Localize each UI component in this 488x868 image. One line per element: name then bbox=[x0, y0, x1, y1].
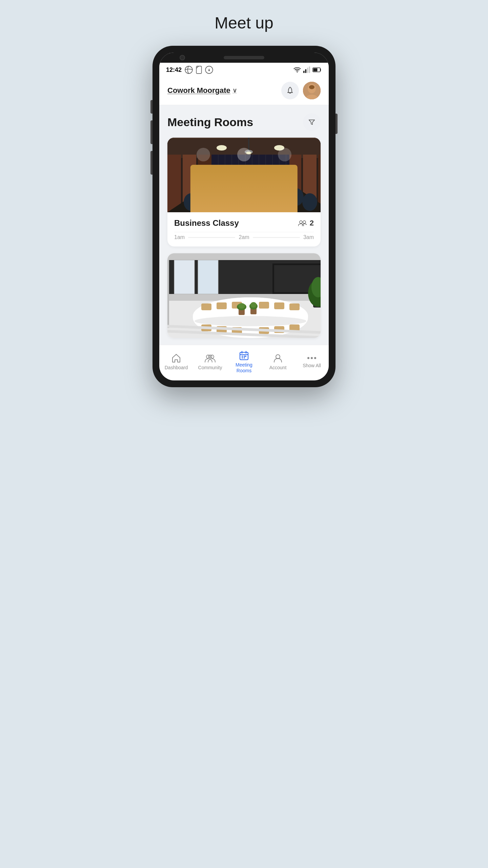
vpn-icon bbox=[205, 65, 214, 74]
timeline-label-1am: 1am bbox=[174, 234, 185, 240]
bell-icon bbox=[286, 86, 294, 95]
calendar-icon bbox=[239, 351, 249, 360]
filter-icon bbox=[308, 118, 316, 126]
status-left: 12:42 bbox=[166, 65, 214, 74]
svg-rect-58 bbox=[167, 260, 169, 328]
svg-point-76 bbox=[238, 303, 245, 309]
svg-rect-16 bbox=[167, 138, 321, 139]
wifi-icon bbox=[293, 66, 301, 74]
room-name-row-1: Business Classy 2 bbox=[174, 218, 314, 228]
nav-label-show-all: Show All bbox=[303, 363, 321, 369]
svg-point-100 bbox=[314, 357, 316, 359]
room-info-1: Business Classy 2 bbox=[167, 212, 321, 246]
svg-rect-57 bbox=[198, 260, 218, 294]
svg-point-40 bbox=[197, 188, 212, 206]
svg-rect-45 bbox=[248, 138, 249, 151]
svg-rect-63 bbox=[217, 302, 227, 309]
nav-label-dashboard: Dashboard bbox=[165, 365, 188, 371]
room-name-1: Business Classy bbox=[174, 218, 239, 228]
svg-point-47 bbox=[246, 152, 251, 154]
user-avatar[interactable] bbox=[303, 82, 321, 99]
svg-point-0 bbox=[185, 66, 192, 74]
header-actions bbox=[281, 82, 321, 99]
svg-rect-67 bbox=[289, 303, 300, 310]
room-image-1 bbox=[167, 138, 321, 212]
svg-rect-65 bbox=[259, 302, 269, 309]
room-card-2[interactable] bbox=[167, 253, 321, 338]
svg-point-41 bbox=[184, 193, 199, 211]
svg-point-98 bbox=[307, 357, 309, 359]
svg-rect-19 bbox=[167, 155, 181, 212]
svg-rect-21 bbox=[198, 155, 211, 212]
room-1-illustration bbox=[167, 138, 321, 212]
svg-point-46 bbox=[245, 150, 253, 154]
svg-point-42 bbox=[289, 188, 304, 206]
svg-point-3 bbox=[297, 72, 298, 73]
notification-button[interactable] bbox=[281, 82, 299, 99]
volume-down-button bbox=[150, 151, 152, 175]
bottom-navigation: Dashboard Community bbox=[159, 345, 329, 380]
battery-icon bbox=[312, 67, 322, 72]
volume-up-button bbox=[150, 120, 152, 144]
svg-rect-25 bbox=[211, 155, 289, 212]
capacity-count-1: 2 bbox=[310, 219, 314, 228]
more-icon bbox=[307, 355, 317, 361]
community-icon bbox=[205, 353, 216, 363]
room-capacity-1: 2 bbox=[298, 219, 314, 228]
svg-rect-93 bbox=[244, 356, 245, 357]
svg-rect-96 bbox=[244, 357, 245, 358]
main-content: Meeting Rooms bbox=[159, 105, 329, 338]
svg-rect-94 bbox=[245, 356, 246, 357]
app-title: Meet up bbox=[215, 14, 273, 32]
timeline-1: 1am 2am 3am bbox=[174, 232, 314, 242]
front-camera bbox=[180, 55, 185, 60]
photo-sphere-icon bbox=[184, 65, 193, 74]
svg-point-18 bbox=[274, 145, 284, 151]
speaker bbox=[224, 56, 264, 59]
nav-label-account: Account bbox=[269, 365, 287, 371]
section-header: Meeting Rooms bbox=[167, 113, 321, 131]
svg-point-13 bbox=[309, 85, 314, 89]
svg-rect-4 bbox=[303, 71, 305, 73]
status-time: 12:42 bbox=[166, 66, 182, 74]
svg-rect-5 bbox=[305, 69, 306, 73]
phone-frame: 12:42 bbox=[152, 46, 336, 387]
svg-rect-9 bbox=[313, 68, 318, 72]
svg-point-48 bbox=[300, 221, 302, 223]
svg-rect-95 bbox=[242, 357, 243, 358]
timeline-label-3am: 3am bbox=[303, 234, 314, 240]
svg-rect-66 bbox=[274, 302, 284, 309]
status-bar: 12:42 bbox=[159, 63, 329, 77]
signal-icon bbox=[303, 66, 310, 74]
svg-marker-39 bbox=[218, 211, 283, 212]
silent-button bbox=[150, 100, 152, 114]
svg-rect-6 bbox=[307, 68, 308, 73]
main-scroll-area[interactable]: Meeting Rooms bbox=[159, 105, 329, 345]
people-icon bbox=[298, 220, 308, 226]
nav-item-account[interactable]: Account bbox=[261, 353, 295, 371]
svg-rect-56 bbox=[174, 260, 195, 294]
svg-marker-38 bbox=[218, 182, 283, 212]
status-icons bbox=[184, 65, 214, 74]
timeline-label-2am: 2am bbox=[239, 234, 249, 240]
svg-point-99 bbox=[311, 357, 313, 359]
nav-label-meeting-rooms: MeetingRooms bbox=[236, 362, 252, 374]
chevron-down-icon: ∨ bbox=[232, 87, 237, 94]
filter-button[interactable] bbox=[303, 113, 321, 131]
nav-item-show-all[interactable]: Show All bbox=[295, 355, 329, 369]
phone-screen: 12:42 bbox=[159, 53, 329, 380]
room-2-illustration bbox=[167, 253, 321, 338]
svg-point-87 bbox=[208, 355, 212, 358]
workspace-name: Cowork Moorgate bbox=[167, 86, 230, 95]
svg-point-43 bbox=[302, 193, 317, 211]
workspace-selector[interactable]: Cowork Moorgate ∨ bbox=[167, 86, 237, 95]
nav-item-dashboard[interactable]: Dashboard bbox=[159, 353, 193, 371]
svg-rect-62 bbox=[201, 303, 211, 310]
section-title: Meeting Rooms bbox=[167, 116, 253, 129]
nav-item-community[interactable]: Community bbox=[193, 353, 227, 371]
avatar-image bbox=[303, 82, 321, 99]
account-icon bbox=[273, 353, 283, 363]
nav-item-meeting-rooms[interactable]: MeetingRooms bbox=[227, 351, 261, 374]
room-card[interactable]: Business Classy 2 bbox=[167, 138, 321, 246]
svg-point-49 bbox=[303, 221, 306, 223]
